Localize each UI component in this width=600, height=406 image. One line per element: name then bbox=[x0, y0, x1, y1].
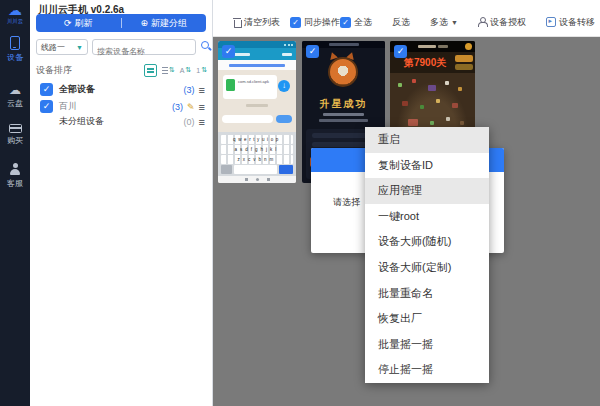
sync-operation-toggle[interactable]: ✓ 同步操作 bbox=[290, 16, 340, 29]
sync-operation-label: 同步操作 bbox=[304, 16, 340, 29]
apk-file-icon bbox=[226, 79, 235, 91]
device-count: (0) bbox=[184, 117, 195, 127]
clear-list-button[interactable]: 清空列表 bbox=[233, 16, 280, 29]
device-count: (3) bbox=[184, 85, 195, 95]
menu-item-one-key-root[interactable]: 一键root bbox=[365, 204, 489, 230]
drag-handle-icon[interactable]: ≡ bbox=[199, 85, 205, 95]
sort-icons: ⇅ A⇅ 1⇅ bbox=[144, 64, 207, 77]
toolbar: 清空列表 ✓ 同步操作 ✓ 全选 反选 多选 ▼ bbox=[213, 0, 600, 37]
device-card-1[interactable]: com.sd.client.apk ↓ qwertyuiop asdfghjkl… bbox=[218, 41, 296, 183]
line-select-dropdown[interactable]: 线路一 ▼ bbox=[36, 39, 88, 55]
app-window: ☁ 川川云 设备 ☁ 云盘 购买 客服 川川云手机 v0.2.6a ⟳ 刷新 bbox=[0, 0, 600, 406]
device-authorize-button[interactable]: 设备授权 bbox=[478, 16, 526, 29]
checkbox-checked[interactable]: ✓ bbox=[40, 100, 53, 113]
menu-item-batch-rename[interactable]: 批量重命名 bbox=[365, 281, 489, 307]
new-group-button[interactable]: ⊕ 新建分组 bbox=[122, 14, 207, 32]
device-list-panel: 川川云手机 v0.2.6a ⟳ 刷新 ⊕ 新建分组 线路一 ▼ 设备排序 ⇅ bbox=[30, 0, 213, 406]
trash-icon bbox=[233, 18, 241, 27]
logo-text: 川川云 bbox=[2, 17, 29, 25]
refresh-label: 刷新 bbox=[75, 17, 93, 30]
sidebar-item-support[interactable]: 客服 bbox=[0, 163, 30, 189]
cloud-upload-icon: ☁ bbox=[9, 84, 21, 96]
menu-item-batch-shake[interactable]: 批量摇一摇 bbox=[365, 332, 489, 358]
chevron-down-icon: ▼ bbox=[76, 44, 83, 51]
select-all-label: 全选 bbox=[354, 16, 372, 29]
invert-selection-button[interactable]: 反选 bbox=[392, 16, 410, 29]
sort-title: 设备排序 bbox=[36, 64, 72, 77]
sort-by-name-icon[interactable]: A⇅ bbox=[180, 66, 192, 74]
device-checkbox-checked[interactable]: ✓ bbox=[306, 45, 319, 58]
device-count: (3) bbox=[172, 102, 183, 112]
menu-item-stop-shake[interactable]: 停止摇一摇 bbox=[365, 357, 489, 383]
search-box bbox=[92, 39, 196, 55]
device-transfer-button[interactable]: 设备转移 bbox=[546, 16, 595, 29]
chat-date-divider bbox=[246, 104, 268, 107]
fox-emblem bbox=[328, 57, 358, 87]
person-icon bbox=[9, 163, 21, 176]
drag-handle-icon[interactable]: ≡ bbox=[199, 102, 205, 112]
select-all-toggle[interactable]: ✓ 全选 bbox=[340, 16, 372, 29]
search-icon[interactable] bbox=[201, 41, 209, 49]
game-button bbox=[455, 64, 473, 70]
sidebar-item-label: 客服 bbox=[7, 178, 23, 189]
file-message-bubble: com.sd.client.apk bbox=[223, 75, 277, 99]
search-input[interactable] bbox=[93, 45, 195, 59]
chevron-down-icon: ▼ bbox=[451, 19, 458, 26]
group-row-all-devices[interactable]: ✓ 全部设备 (3) ≡ bbox=[36, 82, 207, 97]
game-banner-text: 升星成功 bbox=[302, 97, 385, 111]
sort-row: 设备排序 ⇅ A⇅ 1⇅ bbox=[36, 62, 207, 78]
line-select-value: 线路一 bbox=[41, 42, 65, 53]
device-authorize-label: 设备授权 bbox=[490, 16, 526, 29]
group-row-ungrouped[interactable]: 未分组设备 (0) ≡ bbox=[36, 114, 207, 129]
game-text-line bbox=[323, 113, 364, 116]
refresh-button[interactable]: ⟳ 刷新 bbox=[36, 14, 121, 32]
menu-item-restart[interactable]: 重启 bbox=[365, 127, 489, 153]
keyboard-row: zxcvbnm bbox=[221, 155, 293, 164]
transfer-icon bbox=[546, 17, 556, 27]
sort-by-list-icon[interactable]: ⇅ bbox=[162, 66, 175, 74]
new-group-label: 新建分组 bbox=[151, 17, 187, 30]
phone-nav-bar bbox=[218, 176, 296, 183]
credit-card-icon bbox=[9, 124, 22, 133]
content-area: 清空列表 ✓ 同步操作 ✓ 全选 反选 多选 ▼ bbox=[213, 0, 600, 406]
checkbox-checked[interactable]: ✓ bbox=[40, 83, 53, 96]
keyboard-bottom-row bbox=[221, 165, 293, 174]
chat-area: com.sd.client.apk ↓ bbox=[218, 70, 296, 132]
checkbox-checked[interactable]: ✓ bbox=[340, 17, 351, 28]
sidebar-item-devices[interactable]: 设备 bbox=[0, 36, 30, 63]
menu-item-device-master-random[interactable]: 设备大师(随机) bbox=[365, 229, 489, 255]
menu-item-factory-reset[interactable]: 恢复出厂 bbox=[365, 306, 489, 332]
edit-pencil-icon[interactable]: ✎ bbox=[187, 102, 195, 112]
action-bar: ⟳ 刷新 ⊕ 新建分组 bbox=[36, 14, 206, 32]
keyboard-row: asdfghjkl bbox=[221, 145, 293, 154]
chat-input-row bbox=[222, 114, 292, 124]
invert-selection-label: 反选 bbox=[392, 16, 410, 29]
device-checkbox-checked[interactable]: ✓ bbox=[394, 45, 407, 58]
menu-item-device-master-custom[interactable]: 设备大师(定制) bbox=[365, 255, 489, 281]
clear-list-label: 清空列表 bbox=[244, 16, 280, 29]
apk-file-name: com.sd.client.apk bbox=[238, 79, 272, 84]
phone-icon bbox=[10, 36, 20, 50]
group-label: 未分组设备 bbox=[59, 115, 104, 128]
chat-input bbox=[222, 115, 273, 123]
group-row-baichuan[interactable]: ✓ 百川 (3) ✎ ≡ bbox=[36, 99, 207, 114]
multi-select-dropdown[interactable]: 多选 ▼ bbox=[430, 16, 458, 29]
device-action-menu: 重启 复制设备ID 应用管理 一键root 设备大师(随机) 设备大师(定制) … bbox=[365, 127, 489, 383]
coin-icon bbox=[465, 43, 472, 50]
app-logo: ☁ 川川云 bbox=[0, 4, 30, 26]
sidebar-item-cloud-disk[interactable]: ☁ 云盘 bbox=[0, 84, 30, 109]
enter-key bbox=[279, 165, 293, 174]
group-label: 百川 bbox=[59, 100, 77, 113]
game-level-text: 第7900关 bbox=[404, 56, 446, 70]
sort-by-number-icon[interactable]: 1⇅ bbox=[196, 66, 207, 74]
drag-handle-icon[interactable]: ≡ bbox=[199, 117, 205, 127]
menu-item-copy-device-id[interactable]: 复制设备ID bbox=[365, 153, 489, 179]
view-mode-icon[interactable] bbox=[144, 64, 157, 77]
phone-keyboard: qwertyuiop asdfghjkl zxcvbnm bbox=[218, 132, 296, 176]
checkbox-checked[interactable]: ✓ bbox=[290, 17, 301, 28]
sidebar: ☁ 川川云 设备 ☁ 云盘 购买 客服 bbox=[0, 0, 30, 406]
device-checkbox-checked[interactable]: ✓ bbox=[222, 45, 235, 58]
refresh-icon: ⟳ bbox=[64, 18, 72, 28]
sidebar-item-purchase[interactable]: 购买 bbox=[0, 124, 30, 146]
menu-item-app-manage[interactable]: 应用管理 bbox=[365, 178, 489, 204]
